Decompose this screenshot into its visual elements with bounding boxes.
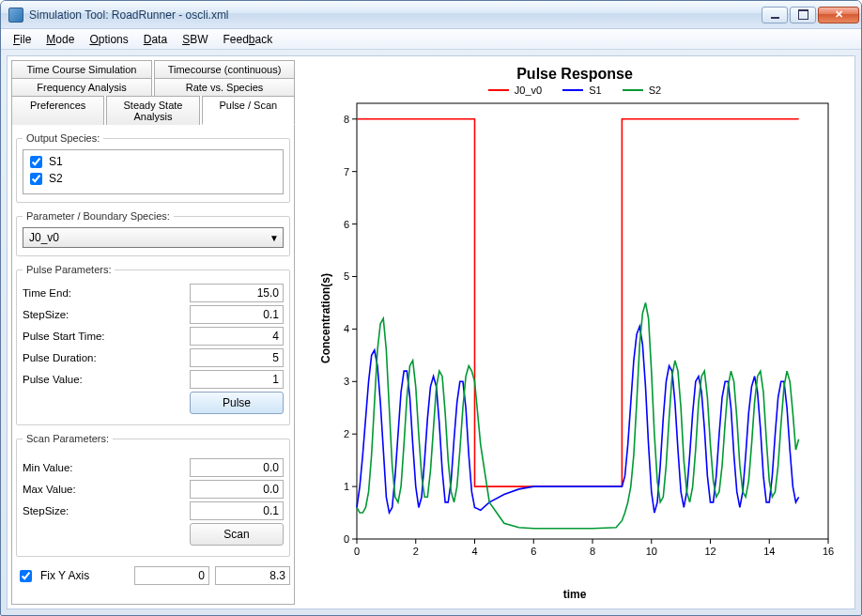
species-s1-row[interactable]: S1 [26,153,280,170]
param-boundary-combo[interactable]: J0_v0 ▼ [23,227,284,248]
legend-item: J0_v0 [488,85,542,96]
stepsize-label: StepSize: [23,309,69,320]
svg-text:6: 6 [531,546,536,557]
svg-text:12: 12 [704,546,716,557]
svg-text:4: 4 [471,546,477,557]
time-end-label: Time End: [23,287,71,299]
chart-svg: 0246810121416012345678 [312,98,838,567]
chart-panel: Pulse Response J0_v0S1S2 024681012141601… [299,56,854,608]
legend-label: S1 [589,85,601,96]
menu-mode[interactable]: Mode [39,31,81,48]
svg-rect-0 [357,103,828,539]
tab-rate-vs-species[interactable]: Rate vs. Species [154,78,295,96]
species-s2-row[interactable]: S2 [26,170,280,187]
window-title: Simulation Tool: RoadRunner - oscli.xml [29,8,762,22]
menu-feedback[interactable]: Feedback [216,31,279,48]
scan-params-legend: Scan Parameters: [23,433,113,444]
pulse-duration-input[interactable] [190,348,284,367]
svg-text:2: 2 [413,546,419,557]
left-panel: Time Course Simulation Timecourse (conti… [8,56,299,608]
menu-sbw[interactable]: SBW [176,31,214,48]
time-end-input[interactable] [190,284,284,302]
svg-text:2: 2 [344,428,349,439]
pulse-params-group: Pulse Parameters: Time End: StepSize: Pu… [16,264,290,425]
scan-button-label: Scan [223,528,249,541]
app-icon [8,8,23,23]
fix-y-max-input[interactable] [215,566,290,585]
pulse-button[interactable]: Pulse [190,392,284,414]
stepsize-input[interactable] [190,305,284,324]
pulse-duration-label: Pulse Duration: [23,352,97,363]
param-boundary-value: J0_v0 [29,231,59,244]
species-s2-checkbox[interactable] [30,173,42,185]
svg-text:3: 3 [344,376,349,387]
svg-text:14: 14 [763,546,775,557]
tab-pulse-scan[interactable]: Pulse / Scan [202,96,295,125]
scan-params-group: Scan Parameters: Min Value: Max Value: S… [16,433,290,557]
output-species-legend: Output Species: [23,132,103,144]
max-value-label: Max Value: [23,484,76,495]
min-value-input[interactable] [190,458,284,477]
plot-area: 0246810121416012345678 Concentration(s) [312,98,838,586]
tab-steady-state[interactable]: Steady State Analysis [106,96,199,125]
svg-text:0: 0 [344,533,349,545]
chevron-down-icon: ▼ [269,233,279,243]
menu-file[interactable]: File [7,31,38,48]
tab-preferences[interactable]: Preferences [11,96,104,125]
svg-text:10: 10 [646,546,657,557]
tab-frequency[interactable]: Frequency Analysis [11,78,152,96]
param-boundary-legend: Parameter / Boundary Species: [23,210,174,222]
tab-timecourse-cont[interactable]: Timecourse (continuous) [154,60,295,78]
minimize-button[interactable] [762,7,788,23]
species-s2-label: S2 [49,172,63,185]
menu-options[interactable]: Options [83,31,134,48]
pulse-value-label: Pulse Value: [23,374,83,385]
x-axis-label: time [300,588,849,601]
scan-button[interactable]: Scan [190,523,284,546]
svg-text:0: 0 [354,546,360,557]
titlebar: Simulation Tool: RoadRunner - oscli.xml [1,1,861,29]
fix-y-axis-row: Fix Y Axis [16,566,290,585]
param-boundary-group: Parameter / Boundary Species: J0_v0 ▼ [16,210,290,256]
pulse-start-input[interactable] [190,327,284,346]
legend-swatch [488,89,509,91]
output-species-list[interactable]: S1 S2 [23,149,284,194]
max-value-input[interactable] [190,480,284,499]
scan-step-input[interactable] [190,501,284,520]
legend-item: S1 [562,85,601,96]
pulse-value-input[interactable] [190,370,284,389]
menu-data[interactable]: Data [137,31,174,48]
svg-text:8: 8 [590,546,595,557]
legend-swatch [623,89,643,91]
pulse-params-legend: Pulse Parameters: [23,264,115,275]
chart-title: Pulse Response [300,66,849,83]
client-area: Time Course Simulation Timecourse (conti… [7,55,855,609]
svg-text:8: 8 [344,114,349,125]
tab-time-course[interactable]: Time Course Simulation [11,60,152,78]
scan-step-label: StepSize: [23,505,69,516]
y-axis-label: Concentration(s) [319,273,332,363]
maximize-button[interactable] [790,7,816,23]
pulse-start-label: Pulse Start Time: [23,331,105,342]
fix-y-label: Fix Y Axis [40,569,89,582]
legend-label: J0_v0 [515,85,542,96]
tab-row-3: Preferences Steady State Analysis Pulse … [11,96,295,125]
pulse-button-label: Pulse [223,396,251,409]
svg-text:7: 7 [344,166,349,177]
legend-swatch [562,89,583,91]
svg-text:16: 16 [823,546,834,557]
species-s1-label: S1 [49,155,63,168]
fix-y-checkbox[interactable] [20,570,32,582]
close-button[interactable] [818,7,859,23]
tab-row-1: Time Course Simulation Timecourse (conti… [11,60,295,78]
fix-y-min-input[interactable] [134,566,209,585]
pulse-scan-panel: Output Species: S1 S2 Parameter / Bound [11,125,295,605]
app-window: Simulation Tool: RoadRunner - oscli.xml … [0,0,862,616]
legend-item: S2 [623,85,661,96]
svg-text:4: 4 [344,323,349,334]
tab-row-2: Frequency Analysis Rate vs. Species [11,78,295,96]
svg-text:1: 1 [344,481,349,492]
output-species-group: Output Species: S1 S2 [16,132,290,203]
svg-text:5: 5 [344,270,349,282]
species-s1-checkbox[interactable] [30,156,42,168]
